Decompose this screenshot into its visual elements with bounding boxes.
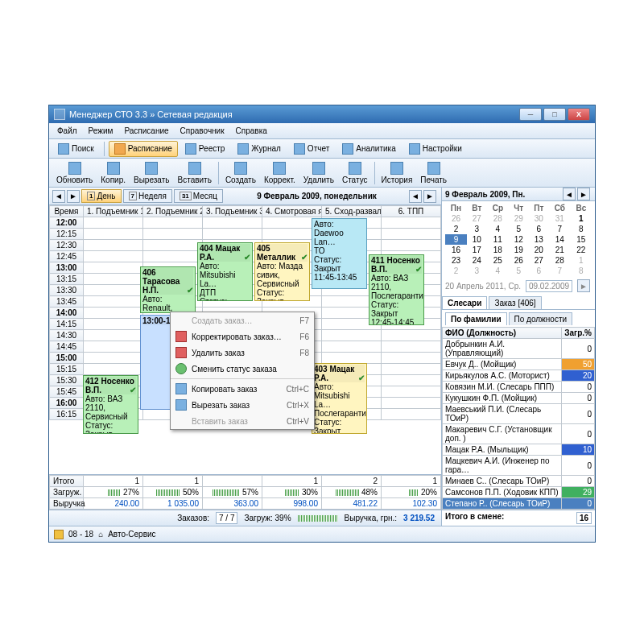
cal-next-button[interactable]: ► [577, 188, 590, 200]
col-header[interactable]: Время [50, 206, 84, 217]
ctx-Копировать заказ[interactable]: Копировать заказCtrl+C [171, 381, 314, 397]
col-header[interactable]: 4. Смотровая яма [262, 206, 322, 217]
appointment[interactable]: 412 Носенко В.П.✔Авто: ВАЗ 2110,Сервисны… [83, 375, 138, 434]
cal-day[interactable]: 26 [509, 255, 529, 266]
cal-day[interactable]: 28 [549, 255, 571, 266]
cal-day[interactable]: 12 [509, 234, 529, 245]
view-Месяц[interactable]: 31Месяц [174, 189, 223, 203]
tab-Расписание[interactable]: Расписание [109, 141, 178, 157]
cal-day[interactable]: 2 [445, 224, 467, 234]
cal-day[interactable]: 16 [445, 245, 467, 255]
staff-row[interactable]: Степано Р.. (Слесарь ТОиР)0 [443, 498, 595, 510]
cal-day[interactable]: 6 [529, 224, 549, 234]
cal-day[interactable]: 1 [571, 213, 592, 224]
staff-row[interactable]: Кирьякулов А.С. (Моторист)20 [443, 370, 595, 382]
cal-day[interactable]: 14 [549, 234, 571, 245]
search-button[interactable]: Поиск [52, 141, 100, 157]
col-header[interactable]: 6. ТПП [382, 206, 441, 217]
menu-Файл[interactable]: Файл [52, 125, 82, 137]
prev-button[interactable]: ◄ [52, 190, 65, 203]
mini-calendar[interactable]: ПнВтСрЧтПтСбВс26272829303112345678910111… [442, 201, 595, 278]
staff-row[interactable]: Добрынкин А.И. (Управляющий)0 [443, 339, 595, 359]
action-Коррект.[interactable]: Коррект. [260, 162, 299, 184]
cal-day[interactable]: 28 [487, 213, 509, 224]
cal-day[interactable]: 5 [509, 224, 529, 234]
cal-day[interactable]: 31 [549, 213, 571, 224]
panel-tab-1[interactable]: Заказ [406] [489, 296, 541, 309]
cal-day[interactable]: 19 [509, 245, 529, 255]
action-Печать[interactable]: Печать [416, 162, 451, 184]
staff-row[interactable]: Минаев С.. (Слесарь ТОиР)0 [443, 476, 595, 487]
staff-row[interactable]: Мацак Р.А. (Мыльщик)10 [443, 444, 595, 456]
tab-Аналитика[interactable]: Аналитика [336, 141, 402, 157]
cal-day[interactable]: 24 [467, 255, 487, 266]
col-header[interactable]: 5. Сход-развал [322, 206, 382, 217]
tab-Реестр[interactable]: Реестр [180, 141, 231, 157]
action-Удалить[interactable]: Удалить [299, 162, 338, 184]
cal-day[interactable]: 5 [509, 266, 529, 276]
staff-row[interactable]: Ковязин М.И. (Слесарь ППП)0 [443, 382, 595, 393]
date-go-button[interactable]: ► [577, 279, 590, 292]
cal-day[interactable]: 9 [445, 234, 467, 245]
maximize-button[interactable]: □ [543, 108, 566, 121]
menu-Справка[interactable]: Справка [231, 125, 272, 137]
action-История[interactable]: История [378, 162, 417, 184]
action-Вырезать[interactable]: Вырезать [130, 162, 173, 184]
cal-day[interactable]: 21 [549, 245, 571, 255]
col-header[interactable]: 1. Подъемник 1 [84, 206, 143, 217]
cal-day[interactable]: 6 [529, 266, 549, 276]
panel-tab-0[interactable]: Слесари [442, 296, 487, 309]
ctx-Удалить заказ[interactable]: Удалить заказF8 [171, 345, 314, 361]
panel-subtab-0[interactable]: По фамилии [445, 312, 507, 325]
cal-day[interactable]: 11 [487, 234, 509, 245]
cal-day[interactable]: 29 [509, 213, 529, 224]
staff-row[interactable]: Самсонов П.П. (Ходовик КПП)29 [443, 487, 595, 498]
cal-day[interactable]: 30 [529, 213, 549, 224]
cal-day[interactable]: 4 [487, 224, 509, 234]
cal-day[interactable]: 8 [571, 266, 592, 276]
date-input[interactable]: 09.02.2009 [526, 280, 572, 292]
col-header[interactable]: 2. Подъемник 2 [143, 206, 203, 217]
action-Статус[interactable]: Статус [338, 162, 372, 184]
tab-Отчет[interactable]: Отчет [288, 141, 335, 157]
cal-day[interactable]: 1 [571, 255, 592, 266]
prev2-button[interactable]: ◄ [409, 190, 422, 203]
appointment[interactable]: 406 Тарасова Н.П.✔Авто: Renault,Сервисны… [140, 266, 196, 313]
cal-day[interactable]: 3 [467, 224, 487, 234]
menu-Режим[interactable]: Режим [84, 125, 118, 137]
cal-day[interactable]: 2 [445, 266, 467, 276]
cal-day[interactable]: 27 [529, 255, 549, 266]
cal-day[interactable]: 7 [549, 224, 571, 234]
cal-day[interactable]: 26 [445, 213, 467, 224]
view-День[interactable]: 1День [81, 189, 122, 203]
menu-Справочник[interactable]: Справочник [175, 125, 229, 137]
appointment[interactable]: 403 Мацак Р.А.✔Авто: Mitsubishi La…После… [312, 363, 367, 434]
staff-row[interactable]: Маевський П.И. (Слесарь ТОиР)0 [443, 404, 595, 424]
staff-row[interactable]: Евчук Д.. (Мойщик)50 [443, 359, 595, 370]
col-header[interactable]: 3. Подъемник 3 [203, 206, 262, 217]
cal-day[interactable]: 23 [445, 255, 467, 266]
action-Копир.[interactable]: Копир. [97, 162, 130, 184]
cal-day[interactable]: 10 [467, 234, 487, 245]
close-button[interactable]: X [568, 108, 590, 121]
minimize-button[interactable]: ─ [519, 108, 542, 121]
schedule-grid[interactable]: Время1. Подъемник 12. Подъемник 23. Подъ… [49, 205, 441, 474]
ctx-Сменить статус заказа[interactable]: Сменить статус заказа [171, 361, 314, 377]
cal-day[interactable]: 8 [571, 224, 592, 234]
cal-prev-button[interactable]: ◄ [563, 188, 576, 200]
action-Вставить[interactable]: Вставить [174, 162, 216, 184]
menu-Расписание[interactable]: Расписание [119, 125, 173, 137]
staff-row[interactable]: Кукушкин Ф.П. (Мойщик)0 [443, 393, 595, 404]
next-button[interactable]: ► [67, 190, 80, 203]
action-Обновить[interactable]: Обновить [52, 162, 97, 184]
next2-button[interactable]: ► [423, 190, 436, 203]
cal-day[interactable]: 7 [549, 266, 571, 276]
cal-day[interactable]: 15 [571, 234, 592, 245]
cal-day[interactable]: 25 [487, 255, 509, 266]
ctx-Вырезать заказ[interactable]: Вырезать заказCtrl+X [171, 397, 314, 413]
view-Неделя[interactable]: 7Неделя [123, 189, 172, 203]
appointment[interactable]: Авто: Daewoo Lan…ТОСтатус: Закрыт11:45-1… [312, 218, 367, 289]
action-Создать[interactable]: Создать [221, 162, 260, 184]
cal-day[interactable]: 18 [487, 245, 509, 255]
cal-day[interactable]: 27 [467, 213, 487, 224]
